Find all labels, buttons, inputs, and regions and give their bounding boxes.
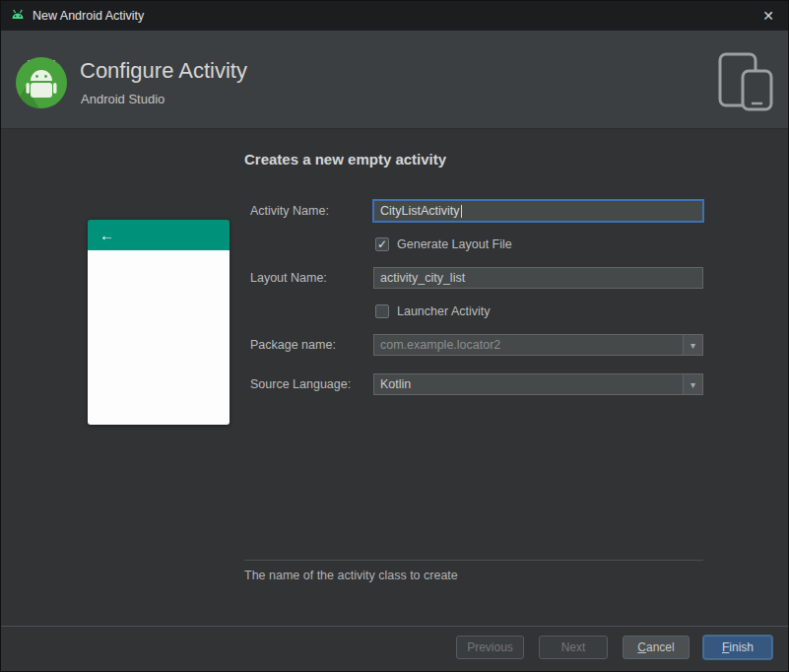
checkmark-icon: ✓: [377, 238, 387, 250]
text-caret: [461, 205, 462, 218]
previous-button[interactable]: Previous: [456, 636, 524, 659]
source-language-value: Kotlin: [380, 377, 411, 391]
wizard-content: Creates a new empty activity ← Activity …: [1, 130, 788, 626]
layout-name-input[interactable]: activity_city_list: [373, 267, 703, 289]
hint-text: The name of the activity class to create: [244, 569, 458, 582]
activity-preview-body: [88, 250, 230, 425]
package-name-combobox[interactable]: com.example.locator2 ▾: [373, 334, 703, 356]
generate-layout-checkbox[interactable]: ✓: [375, 237, 389, 251]
next-button-label: Next: [561, 640, 586, 654]
button-bar: Previous Next Cancel Finish: [1, 626, 788, 671]
android-studio-logo-icon: [14, 52, 69, 109]
generate-layout-checkbox-row: ✓ Generate Layout File: [375, 235, 512, 253]
banner-title: Configure Activity: [80, 58, 247, 84]
dropdown-arrow-icon[interactable]: ▾: [683, 374, 702, 394]
launcher-activity-checkbox-row: Launcher Activity: [375, 302, 491, 320]
cancel-button[interactable]: Cancel: [623, 636, 690, 659]
activity-name-value: CityListActivity: [380, 204, 460, 218]
finish-button-label: Finish: [722, 640, 754, 654]
hint-divider: [244, 560, 703, 561]
package-name-label: Package name:: [250, 334, 336, 356]
back-arrow-icon: ←: [99, 227, 114, 243]
phone-tablet-icon: [717, 52, 774, 111]
finish-button[interactable]: Finish: [703, 636, 772, 659]
activity-name-label: Activity Name:: [250, 200, 329, 222]
dropdown-arrow-icon[interactable]: ▾: [683, 335, 702, 355]
source-language-label: Source Language:: [250, 373, 351, 395]
wizard-banner: Configure Activity Android Studio: [1, 31, 788, 129]
android-app-icon: [10, 8, 26, 24]
banner-subtitle: Android Studio: [81, 92, 164, 106]
generate-layout-label[interactable]: Generate Layout File: [397, 237, 512, 251]
launcher-activity-checkbox[interactable]: [375, 304, 389, 318]
page-heading: Creates a new empty activity: [244, 151, 446, 168]
layout-name-value: activity_city_list: [380, 271, 465, 285]
launcher-activity-label[interactable]: Launcher Activity: [397, 304, 491, 318]
source-language-combobox[interactable]: Kotlin ▾: [373, 373, 703, 395]
activity-preview: ←: [88, 220, 230, 425]
next-button[interactable]: Next: [539, 636, 608, 659]
layout-name-label: Layout Name:: [250, 267, 327, 289]
activity-preview-appbar: ←: [88, 220, 230, 250]
cancel-button-label: Cancel: [637, 640, 674, 654]
activity-name-input[interactable]: CityListActivity: [373, 200, 703, 222]
close-icon[interactable]: ✕: [762, 1, 774, 31]
window-title: New Android Activity: [33, 9, 144, 23]
titlebar: New Android Activity ✕: [1, 1, 788, 31]
package-name-value: com.example.locator2: [380, 338, 500, 352]
new-android-activity-dialog: New Android Activity ✕ Configure Activit…: [0, 0, 789, 672]
previous-button-label: Previous: [467, 640, 513, 654]
